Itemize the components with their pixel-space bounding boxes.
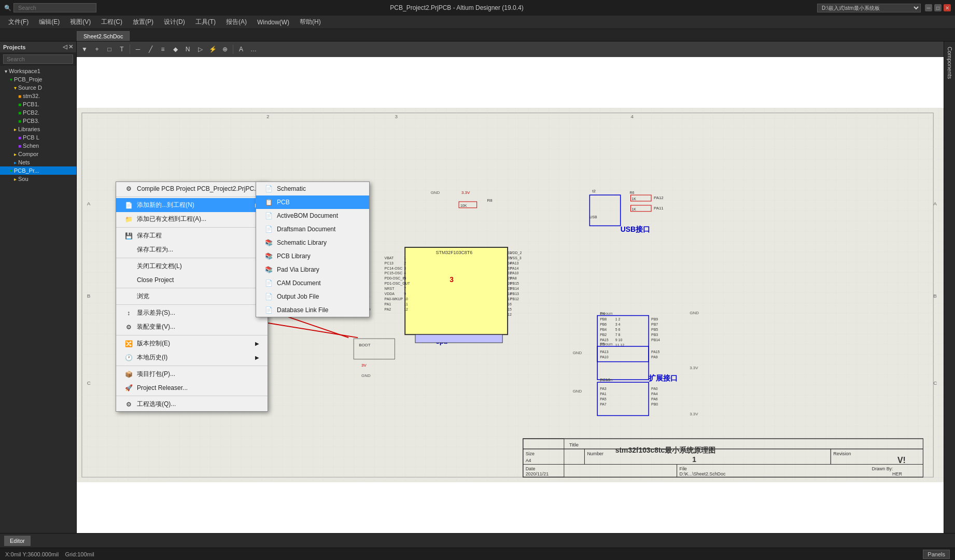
sm-pcb-library[interactable]: 📚 PCB Library [256,249,369,263]
maximize-button[interactable]: □ [934,4,942,11]
svg-text:PB8: PB8 [600,317,607,321]
menu-view[interactable]: 视图(V) [66,17,95,27]
menu-reports[interactable]: 报告(A) [222,17,251,27]
cm-package-label: 项目打包(P)... [137,370,175,379]
tab-sheet2[interactable]: Sheet2.SchDoc [77,31,130,41]
filter-button[interactable]: ▼ [79,44,90,55]
project-search-input[interactable] [3,54,73,64]
cm-compile-label: Compile PCB Project PCB_Project2.PrjPC..… [137,185,259,192]
cm-close-project[interactable]: Close Project [116,273,268,287]
tree-workspace[interactable]: ▾ Workspace1 [0,67,76,75]
sm-pad-via-library[interactable]: 📚 Pad Via Library [256,263,369,276]
menu-file[interactable]: 文件(F) [4,17,33,27]
port-button[interactable]: ▷ [194,44,206,55]
tree-pcb1[interactable]: ■ PCB1. [0,100,76,108]
editor-tab[interactable]: Editor [4,536,31,546]
minimize-button[interactable]: ─ [925,4,932,11]
cm-releaser[interactable]: 🚀 Project Releaser... [116,381,268,395]
menu-place[interactable]: 放置(P) [129,17,158,27]
sm-pcb[interactable]: 📋 PCB [256,195,369,209]
tree-stm32[interactable]: ■ stm32. [0,92,76,100]
tree-pcb2[interactable]: ■ PCB2. [0,108,76,117]
cm-add-existing[interactable]: 📁 添加已有文档到工程(A)... [116,212,268,226]
tree-pcb3[interactable]: ■ PCB3. [0,117,76,125]
add-button[interactable]: + [91,44,103,55]
main-area: Projects ◁ ✕ ▾ Workspace1 ▾ PCB_Proje ▾ [0,41,955,533]
svg-text:4: 4 [404,271,406,275]
sm-schematic-library[interactable]: 📚 Schematic Library [256,236,369,249]
wire-button[interactable]: ╱ [145,44,156,55]
menu-tools[interactable]: 工具(T) [191,17,220,27]
add-new-icon: 📄 [124,201,133,209]
left-panel: Projects ◁ ✕ ▾ Workspace1 ▾ PCB_Proje ▾ [0,41,77,533]
menu-edit[interactable]: 编辑(E) [35,17,64,27]
components-panel-tab[interactable]: Components [946,41,954,84]
tree-components[interactable]: ▸ Compor [0,150,76,158]
svg-text:29: 29 [508,276,512,280]
stm32-label: stm32. [23,93,40,99]
svg-text:3V: 3V [361,363,367,368]
component-button[interactable]: ⊕ [219,44,231,55]
pcb2-icon: ■ [18,110,21,116]
svg-text:A: A [933,201,937,206]
cm-options[interactable]: ⚙ 工程选项(Q)... [116,397,268,411]
sm-draftsman[interactable]: 📄 Draftsman Document [256,222,369,236]
cm-separator-7 [116,366,268,366]
tree-sou[interactable]: ▸ Sou [0,175,76,183]
menu-project[interactable]: 工程(C) [97,17,127,27]
netlabel-button[interactable]: N [182,44,193,55]
tree-libraries[interactable]: ▸ Libraries [0,125,76,133]
rect-button[interactable]: □ [104,44,115,55]
junction-button[interactable]: ◆ [170,44,181,55]
pcblib-label: PCB L [23,134,39,141]
tree-pcbproject2[interactable]: ▾ PCB_Pr... [0,166,76,175]
cm-close-docs[interactable]: 关闭工程文档(L) [116,259,268,273]
svg-text:9: 9 [404,292,406,296]
sm-database-link[interactable]: 📄 Database Link File [256,303,369,317]
svg-text:1K: 1K [631,197,636,201]
line-button[interactable]: ─ [132,44,144,55]
tree-pcbproject[interactable]: ▾ PCB_Proje [0,75,76,83]
sm-activebom[interactable]: 📄 ActiveBOM Document [256,209,369,222]
local-history-icon: 🕐 [124,354,133,362]
bus-button[interactable]: ≡ [157,44,168,55]
sm-schematic[interactable]: 📄 Schematic [256,182,369,195]
nets-expand-icon: ▸ [14,160,17,165]
cm-assembly-variants[interactable]: ⚙ 装配变量(V)... [116,320,268,334]
menu-design[interactable]: 设计(D) [160,17,189,27]
cm-version-control[interactable]: 🔀 版本控制(E) ▶ [116,337,268,351]
sm-cam-document[interactable]: 📄 CAM Document [256,276,369,290]
tree-nets[interactable]: ▸ Nets [0,158,76,166]
cm-show-diff[interactable]: ↕ 显示差异(S)... [116,306,268,320]
cm-save-project-label: 保存工程 [137,231,162,240]
cm-browse[interactable]: 浏览 [116,289,268,303]
toolbar-separator-1 [130,45,130,54]
text-button[interactable]: T [116,44,128,55]
menu-help[interactable]: 帮助(H) [296,17,325,27]
cm-local-history[interactable]: 🕐 本地历史(I) ▶ [116,351,268,365]
path-selector[interactable]: D:\嵌入式\stm最小系统板 [817,4,921,12]
cm-package[interactable]: 📦 项目打包(P)... [116,367,268,381]
svg-text:R8: R8 [487,198,493,203]
sm-output-job[interactable]: 📄 Output Job File [256,290,369,303]
cm-save-project[interactable]: 💾 保存工程 [116,229,268,243]
panel-close-button[interactable]: ✕ [68,44,73,50]
panels-button[interactable]: Panels [923,550,950,559]
tree-pcblib[interactable]: ■ PCB L [0,133,76,142]
panel-pin-button[interactable]: ◁ [63,44,67,50]
tree-source-folder[interactable]: ▾ Source D [0,83,76,92]
more-button[interactable]: … [248,44,259,55]
cm-compile[interactable]: ⚙ Compile PCB Project PCB_Project2.PrjPC… [116,182,268,195]
close-button[interactable]: ✕ [944,4,951,11]
cm-save-project-as[interactable]: 保存工程为... [116,243,268,257]
titlebar-search[interactable] [13,3,96,12]
pcb3-label: PCB3. [23,118,39,124]
cm-add-new[interactable]: 📄 添加新的...到工程(N) ▶ [116,198,268,212]
text-string-button[interactable]: A [235,44,247,55]
power-button[interactable]: ⚡ [207,44,218,55]
svg-text:11: 11 [404,302,408,306]
menu-window[interactable]: Window(W) [253,18,293,27]
svg-text:PB3: PB3 [651,333,658,337]
svg-text:9 10: 9 10 [615,338,623,342]
tree-schenlib[interactable]: ■ Schen [0,142,76,150]
